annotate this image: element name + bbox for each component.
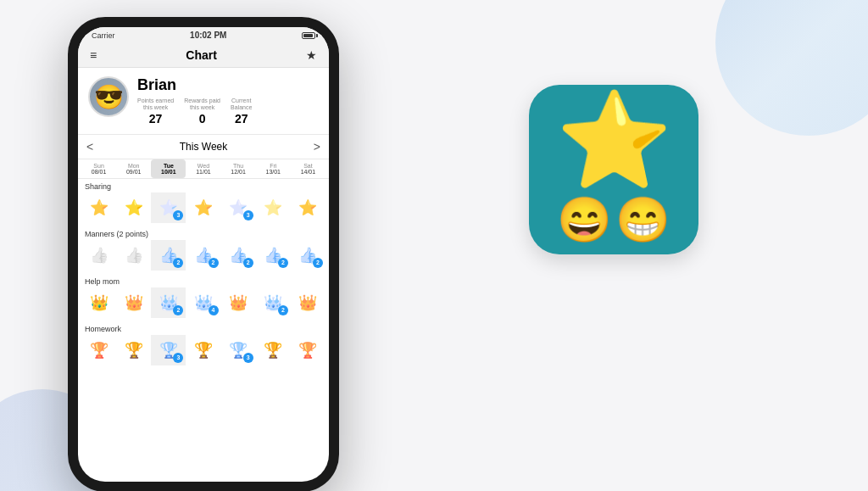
day-col-thu: Thu12/01 — [221, 159, 256, 178]
status-icons — [302, 32, 315, 39]
row-icons-0: ⭐⭐⭐3⭐⭐3⭐⭐ — [81, 192, 326, 223]
user-header: 😎 Brian Points earnedthis week 27 Reward… — [78, 68, 329, 135]
app-icon: ⭐ 😄 😁 — [529, 85, 698, 254]
row-icons-2: 👑👑👑2👑4👑👑2👑 — [81, 287, 326, 318]
cell-3-3[interactable]: 🏆 — [186, 335, 220, 365]
cell-icon-3-1: 🏆 — [125, 343, 143, 358]
cell-badge-2-5: 2 — [278, 305, 288, 315]
cell-2-0[interactable]: 👑 — [81, 287, 116, 318]
cell-1-1[interactable]: 👍 — [116, 240, 151, 271]
cell-1-6[interactable]: 👍2 — [291, 240, 326, 271]
chart-row-2: Help mom👑👑👑2👑4👑👑2👑 — [81, 274, 326, 318]
cell-badge-0-2: 3 — [173, 210, 183, 220]
app-icon-characters: 😄 😁 — [557, 198, 670, 242]
cell-icon-0-3: ⭐ — [194, 200, 213, 215]
chart-row-3: Homework🏆🏆🏆3🏆🏆3🏆🏆 — [81, 321, 326, 365]
cell-0-6[interactable]: ⭐ — [291, 192, 326, 223]
day-col-wed: Wed11/01 — [186, 159, 220, 178]
cell-icon-0-5: ⭐ — [264, 200, 282, 215]
carrier-label: Carrier — [92, 31, 115, 40]
cell-badge-1-4: 2 — [243, 258, 253, 268]
avatar: 😎 — [88, 76, 129, 117]
app-icon-container: ⭐ 😄 😁 — [529, 85, 698, 254]
cell-badge-3-2: 3 — [173, 353, 183, 363]
stat-points-value: 27 — [137, 112, 174, 126]
cell-icon-2-6: 👑 — [298, 295, 317, 310]
star-decoration: ⭐ — [556, 93, 672, 187]
cell-2-3[interactable]: 👑4 — [186, 287, 220, 318]
cell-0-4[interactable]: ⭐3 — [221, 192, 256, 223]
day-col-tue: Tue10/01 — [151, 159, 186, 178]
status-time: 10:02 PM — [190, 31, 226, 40]
user-info: Brian Points earnedthis week 27 Rewards … — [137, 76, 319, 126]
cell-1-5[interactable]: 👍2 — [256, 240, 291, 271]
cell-3-1[interactable]: 🏆 — [116, 335, 151, 365]
cell-3-0[interactable]: 🏆 — [81, 335, 116, 365]
cell-icon-0-1: ⭐ — [125, 200, 143, 215]
cell-0-3[interactable]: ⭐ — [186, 192, 220, 223]
cell-2-1[interactable]: 👑 — [116, 287, 151, 318]
cell-2-4[interactable]: 👑 — [221, 287, 256, 318]
cell-icon-3-3: 🏆 — [194, 343, 213, 358]
cell-badge-0-4: 3 — [243, 210, 253, 220]
nav-bar: ≡ Chart ★ — [78, 43, 329, 68]
menu-icon[interactable]: ≡ — [90, 48, 97, 62]
cell-2-2[interactable]: 👑2 — [151, 287, 186, 318]
row-icons-3: 🏆🏆🏆3🏆🏆3🏆🏆 — [81, 335, 326, 365]
cell-icon-3-5: 🏆 — [264, 343, 282, 358]
cell-3-4[interactable]: 🏆3 — [221, 335, 256, 365]
cell-3-6[interactable]: 🏆 — [291, 335, 326, 365]
nav-title: Chart — [186, 48, 217, 62]
day-col-sun: Sun08/01 — [81, 159, 116, 178]
cell-1-4[interactable]: 👍2 — [221, 240, 256, 271]
cell-badge-1-2: 2 — [173, 258, 183, 268]
cell-0-2[interactable]: ⭐3 — [151, 192, 186, 223]
stat-rewards-paid: Rewards paidthis week 0 — [184, 98, 220, 126]
cell-0-0[interactable]: ⭐ — [81, 192, 116, 223]
cell-1-0[interactable]: 👍 — [81, 240, 116, 271]
chart-row-1: Manners (2 points)👍👍👍2👍2👍2👍2👍2 — [81, 226, 326, 271]
row-label-3: Homework — [81, 321, 326, 335]
cell-icon-2-0: 👑 — [90, 295, 108, 310]
cell-badge-1-3: 2 — [209, 258, 219, 268]
cell-1-2[interactable]: 👍2 — [151, 240, 186, 271]
cell-badge-1-5: 2 — [278, 258, 288, 268]
stat-balance-value: 27 — [231, 112, 252, 126]
chart-content: Sharing⭐⭐⭐3⭐⭐3⭐⭐Manners (2 points)👍👍👍2👍2… — [78, 179, 329, 482]
cell-badge-1-6: 2 — [313, 258, 323, 268]
cell-icon-3-0: 🏆 — [90, 343, 108, 358]
cell-0-1[interactable]: ⭐ — [116, 192, 151, 223]
chart-row-0: Sharing⭐⭐⭐3⭐⭐3⭐⭐ — [81, 179, 326, 223]
character-2: 😁 — [615, 198, 670, 242]
cell-icon-0-0: ⭐ — [90, 200, 108, 215]
stat-rewards-value: 0 — [184, 112, 220, 126]
cell-icon-1-1: 👍 — [125, 248, 143, 263]
cell-1-3[interactable]: 👍2 — [186, 240, 220, 271]
phone-frame: Carrier 10:02 PM ≡ Chart ★ 😎 — [68, 17, 339, 491]
bg-decoration-top-right — [715, 0, 868, 136]
row-label-0: Sharing — [81, 179, 326, 192]
prev-week-button[interactable]: < — [86, 140, 93, 153]
row-label-2: Help mom — [81, 274, 326, 287]
stat-points-earned: Points earnedthis week 27 — [137, 98, 174, 126]
day-col-mon: Mon09/01 — [116, 159, 151, 178]
cell-3-2[interactable]: 🏆3 — [151, 335, 186, 365]
stat-balance: CurrentBalance 27 — [231, 98, 252, 126]
status-bar: Carrier 10:02 PM — [78, 27, 329, 43]
day-col-fri: Fri13/01 — [256, 159, 291, 178]
week-navigation: < This Week > — [78, 135, 329, 159]
character-1: 😄 — [557, 198, 612, 242]
day-col-sat: Sat14/01 — [291, 159, 326, 178]
cell-2-6[interactable]: 👑 — [291, 287, 326, 318]
cell-2-5[interactable]: 👑2 — [256, 287, 291, 318]
cell-0-5[interactable]: ⭐ — [256, 192, 291, 223]
cell-icon-2-4: 👑 — [229, 295, 248, 310]
next-week-button[interactable]: > — [314, 140, 320, 153]
row-label-1: Manners (2 points) — [81, 226, 326, 240]
cell-badge-3-4: 3 — [243, 353, 253, 363]
cell-icon-3-6: 🏆 — [298, 343, 317, 358]
cell-3-5[interactable]: 🏆 — [256, 335, 291, 365]
cell-icon-1-0: 👍 — [90, 248, 108, 263]
cell-badge-2-2: 2 — [173, 305, 183, 315]
star-bookmark-icon[interactable]: ★ — [306, 48, 317, 62]
